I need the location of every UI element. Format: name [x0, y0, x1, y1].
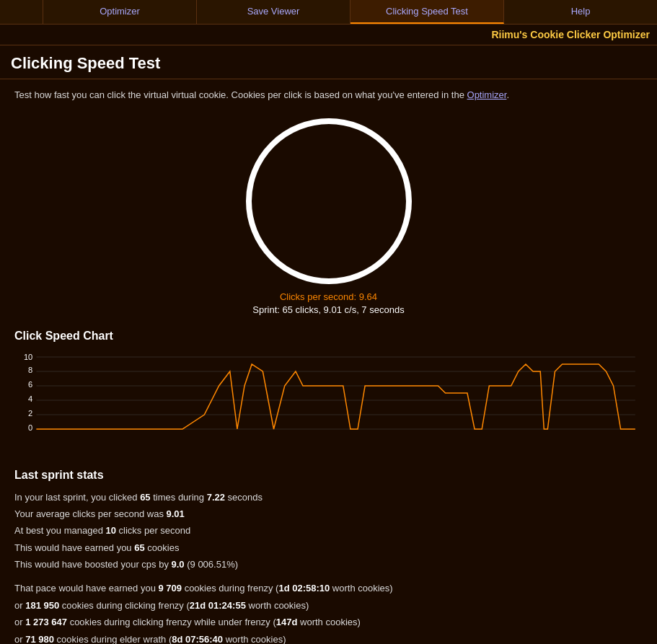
svg-text:0: 0	[28, 423, 32, 432]
stat-line5-val: 9.0	[172, 559, 185, 570]
stat-line1-clicks: 65	[140, 492, 150, 503]
stats-extra: That pace would have earned you 9 709 co…	[14, 580, 643, 644]
stat-line1-time: 7.22	[207, 492, 225, 503]
description: Test how fast you can click the virtual …	[0, 79, 657, 111]
cookie-button[interactable]	[246, 118, 412, 284]
svg-text:4: 4	[28, 394, 32, 403]
extra1-mid: cookies during frenzy (	[182, 583, 278, 594]
extra3-post: worth cookies)	[297, 617, 360, 627]
stat-line2-val: 9.01	[167, 508, 185, 519]
extra1-time: 1d 02:58:10	[278, 583, 330, 594]
extra-line-3: or 1 273 647 cookies during clicking fre…	[14, 614, 643, 630]
stat-line-5: This would have boosted your cps by 9.0 …	[14, 556, 643, 573]
extra3-val: 1 273 647	[25, 617, 67, 627]
svg-text:2: 2	[28, 409, 32, 418]
extra4-pre: or	[14, 634, 25, 644]
nav-bar: Optimizer Save Viewer Clicking Speed Tes…	[0, 0, 657, 25]
clicks-per-second: Clicks per second: 9.64	[280, 291, 377, 302]
page-title: Clicking Speed Test	[0, 45, 657, 79]
extra3-pre: or	[14, 617, 25, 627]
nav-blank[interactable]	[0, 0, 43, 24]
stat-line-1: In your last sprint, you clicked 65 time…	[14, 489, 643, 506]
svg-text:10: 10	[24, 353, 32, 361]
extra2-post: worth cookies)	[246, 600, 309, 611]
extra2-mid: cookies during clicking frenzy (	[59, 600, 190, 611]
nav-clicking-speed-test[interactable]: Clicking Speed Test	[350, 0, 504, 24]
sprint-info: Sprint: 65 clicks, 9.01 c/s, 7 seconds	[252, 304, 404, 315]
chart-title: Click Speed Chart	[14, 330, 643, 343]
stat-line1-post: seconds	[225, 492, 263, 503]
extra2-pre: or	[14, 600, 25, 611]
stat-line5-pre: This would have boosted your cps by	[14, 559, 172, 570]
description-text: Test how fast you can click the virtual …	[14, 89, 467, 100]
stat-line-3: At best you managed 10 clicks per second	[14, 522, 643, 539]
stat-line-2: Your average clicks per second was 9.01	[14, 506, 643, 522]
cookie-area: Clicks per second: 9.64 Sprint: 65 click…	[0, 111, 657, 319]
extra3-time: 147d	[276, 617, 298, 627]
extra4-post: worth cookies)	[223, 634, 286, 644]
extra4-time: 8d 07:56:40	[172, 634, 223, 644]
stat-line1-pre: In your last sprint, you clicked	[14, 492, 140, 503]
brand-header: Riimu's Cookie Clicker Optimizer	[0, 25, 657, 45]
stat-line-4: This would have earned you 65 cookies	[14, 539, 643, 556]
description-end: .	[506, 89, 509, 100]
extra-line-4: or 71 980 cookies during elder wrath (8d…	[14, 631, 643, 644]
stats-title: Last sprint stats	[14, 469, 643, 482]
optimizer-link[interactable]: Optimizer	[467, 89, 507, 100]
stat-line5-paren: (9 006.51%)	[187, 559, 238, 570]
stat-line4-pre: This would have earned you	[14, 542, 134, 553]
stat-line4-val: 65	[134, 542, 144, 553]
extra-line-2: or 181 950 cookies during clicking frenz…	[14, 597, 643, 614]
stat-line4-post: cookies	[145, 542, 180, 553]
stat-line1-mid: times during	[151, 492, 207, 503]
svg-text:6: 6	[28, 380, 32, 389]
stat-line3-pre: At best you managed	[14, 525, 105, 536]
extra1-pre: That pace would have earned you	[14, 583, 158, 594]
extra2-val: 181 950	[25, 600, 59, 611]
stat-line2-pre: Your average clicks per second was	[14, 508, 167, 519]
chart-container: 10 8 6 4 2 0	[14, 350, 643, 451]
extra4-mid: cookies during elder wrath (	[54, 634, 172, 644]
nav-save-viewer[interactable]: Save Viewer	[197, 0, 350, 24]
extra4-val: 71 980	[25, 634, 54, 644]
svg-text:8: 8	[28, 366, 32, 374]
extra-line-1: That pace would have earned you 9 709 co…	[14, 580, 643, 596]
brand-text: Riimu's Cookie Clicker Optimizer	[491, 29, 650, 40]
stat-line3-post: clicks per second	[116, 525, 190, 536]
nav-optimizer[interactable]: Optimizer	[43, 0, 197, 24]
stat-line3-val: 10	[105, 525, 115, 536]
chart-svg: 10 8 6 4 2 0	[14, 350, 643, 451]
chart-section: Click Speed Chart 10 8 6 4 2 0	[0, 319, 657, 458]
extra1-val: 9 709	[158, 583, 182, 594]
nav-help[interactable]: Help	[504, 0, 657, 24]
stats-section: Last sprint stats In your last sprint, y…	[0, 458, 657, 645]
extra3-mid: cookies during clicking frenzy while und…	[67, 617, 276, 627]
extra2-time: 21d 01:24:55	[190, 600, 246, 611]
extra1-post: worth cookies)	[330, 583, 392, 594]
